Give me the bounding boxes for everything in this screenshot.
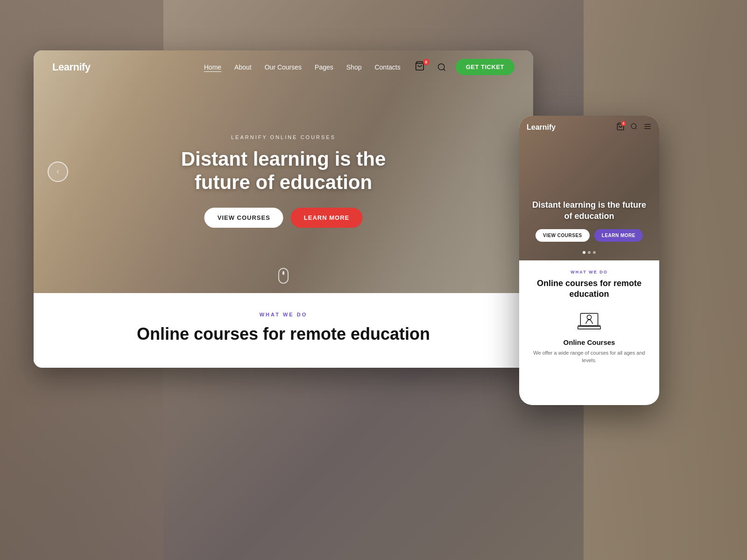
hamburger-icon [643,122,652,131]
what-we-do-label: WHAT WE DO [52,312,514,317]
mobile-view-courses-button[interactable]: VIEW COURSES [536,229,590,242]
scroll-dot [282,271,284,275]
mobile-hero-content: Distant learning is the future of educat… [519,200,659,242]
nav-home[interactable]: Home [204,63,221,71]
mobile-what-we-do: WHAT WE DO Online courses for remote edu… [519,260,659,378]
svg-point-12 [587,315,591,319]
laptop-icon [576,312,602,334]
desktop-logo: Learnify [52,61,91,73]
mobile-hero: Learnify 0 [519,116,659,260]
mobile-card-title: Online Courses [564,338,615,346]
what-we-do-title: Online courses for remote education [52,324,514,344]
cart-button[interactable]: 0 [415,61,428,74]
mobile-wwd-label: WHAT WE DO [527,270,652,274]
get-ticket-button[interactable]: GET TICKET [456,59,514,75]
mobile-wwd-title: Online courses for remote education [527,278,652,300]
svg-point-1 [438,63,444,70]
mobile-dot-2 [588,251,591,254]
mobile-hero-buttons: VIEW COURSES LEARN MORE [529,229,650,242]
mobile-courses-card: Online Courses We offer a wide range of … [527,308,652,369]
hero-buttons: VIEW COURSES LEARN MORE [159,208,409,228]
mobile-search-button[interactable] [630,123,638,132]
mobile-hero-title: Distant learning is the future of educat… [529,200,650,222]
desktop-hero: Learnify Home About Our Courses Pages Sh… [34,50,533,293]
cart-badge: 0 [423,59,430,65]
what-we-do-section: WHAT WE DO Online courses for remote edu… [34,293,533,363]
search-icon [437,63,446,72]
mobile-search-icon [630,123,638,130]
view-courses-button[interactable]: VIEW COURSES [204,208,283,228]
mobile-cart-badge: 0 [621,121,626,126]
scroll-indicator [278,268,289,284]
mobile-cart-button[interactable]: 0 [616,122,625,133]
mobile-navbar: Learnify 0 [519,116,659,139]
nav-shop[interactable]: Shop [346,63,362,71]
nav-our-courses[interactable]: Our Courses [265,63,302,71]
mobile-menu-button[interactable] [643,122,652,133]
nav-actions: 0 GET TICKET [415,59,514,75]
mobile-mockup: Learnify 0 [519,116,659,405]
learn-more-button[interactable]: LEARN MORE [291,208,362,228]
svg-point-4 [631,124,636,129]
desktop-navbar: Learnify Home About Our Courses Pages Sh… [34,50,533,84]
mobile-dot-3 [593,251,596,254]
chevron-left-icon [54,168,62,175]
prev-slide-button[interactable] [48,161,68,182]
hero-content: LEARNIFY ONLINE COURSES Distant learning… [159,134,409,228]
mobile-logo: Learnify [527,123,616,132]
hero-title: Distant learning is the future of educat… [159,147,409,195]
search-button[interactable] [435,61,448,74]
mobile-dot-indicator [583,251,596,254]
desktop-mockup: Learnify Home About Our Courses Pages Sh… [34,50,533,368]
svg-line-5 [635,128,637,129]
hero-subtitle: LEARNIFY ONLINE COURSES [159,134,409,140]
svg-rect-10 [578,326,601,329]
svg-line-2 [444,69,445,70]
nav-about[interactable]: About [234,63,252,71]
mobile-learn-more-button[interactable]: LEARN MORE [594,229,643,242]
nav-pages[interactable]: Pages [315,63,333,71]
nav-links: Home About Our Courses Pages Shop Contac… [204,63,401,71]
mobile-card-desc: We offer a wide range of courses for all… [531,349,647,364]
nav-contacts[interactable]: Contacts [374,63,400,71]
mobile-nav-actions: 0 [616,122,652,133]
mobile-dot-1 [583,251,585,254]
